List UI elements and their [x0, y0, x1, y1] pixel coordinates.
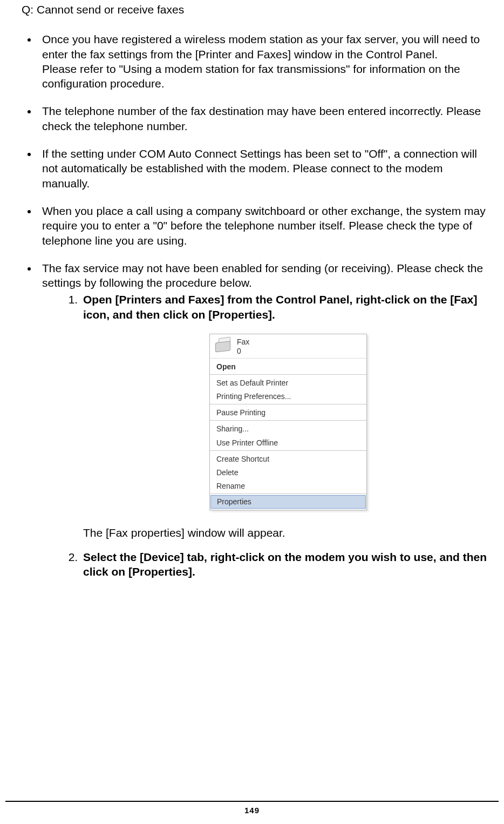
menu-item-pause-printing[interactable]: Pause Printing — [210, 406, 366, 419]
fax-label-line2: 0 — [237, 347, 249, 356]
footer-rule — [5, 801, 499, 802]
screenshot-context-menu: Fax 0 Open Set as Default Printer Printi… — [83, 334, 493, 510]
step-item: Open [Printers and Faxes] from the Contr… — [81, 292, 493, 539]
menu-item-properties[interactable]: Properties — [210, 495, 366, 508]
menu-item-sharing[interactable]: Sharing... — [210, 422, 366, 435]
fax-icon-header: Fax 0 — [210, 334, 366, 359]
menu-separator — [210, 374, 366, 375]
menu-separator — [210, 450, 366, 451]
bullet-text: Please refer to "Using a modem station f… — [42, 62, 493, 91]
step-text: Open [Printers and Faxes] from the Contr… — [83, 293, 477, 320]
bullet-item: The telephone number of the fax destinat… — [38, 104, 493, 133]
menu-item-delete[interactable]: Delete — [210, 465, 366, 479]
bullet-item: The fax service may not have been enable… — [38, 261, 493, 579]
menu-item-printing-prefs[interactable]: Printing Preferences... — [210, 389, 366, 403]
bullet-item: When you place a call using a company sw… — [38, 204, 493, 248]
page-footer: 149 — [0, 801, 504, 816]
bullet-text: The fax service may not have been enable… — [42, 261, 493, 291]
menu-item-open[interactable]: Open — [210, 360, 366, 373]
menu-item-set-default[interactable]: Set as Default Printer — [210, 376, 366, 389]
bullet-text: If the setting under COM Auto Connect Se… — [42, 146, 493, 191]
menu-item-use-offline[interactable]: Use Printer Offline — [210, 436, 366, 449]
menu-separator — [210, 494, 366, 494]
bullet-text: The telephone number of the fax destinat… — [42, 104, 493, 133]
after-image-text: The [Fax properties] window will appear. — [83, 525, 493, 540]
menu-item-create-shortcut[interactable]: Create Shortcut — [210, 452, 366, 465]
page-number: 149 — [0, 805, 504, 816]
fax-machine-icon — [213, 337, 233, 354]
context-menu: Open Set as Default Printer Printing Pre… — [210, 359, 366, 510]
bullet-list: Once you have registered a wireless mode… — [22, 32, 493, 579]
page-title: Q: Cannot send or receive faxes — [22, 2, 493, 17]
menu-separator — [210, 404, 366, 404]
menu-separator — [210, 420, 366, 421]
fax-label-line1: Fax — [237, 337, 249, 347]
menu-item-rename[interactable]: Rename — [210, 479, 366, 492]
bullet-text: When you place a call using a company sw… — [42, 204, 493, 248]
bullet-item: Once you have registered a wireless mode… — [38, 32, 493, 91]
bullet-item: If the setting under COM Auto Connect Se… — [38, 146, 493, 191]
bullet-text: Once you have registered a wireless mode… — [42, 32, 493, 62]
step-item: Select the [Device] tab, right-click on … — [81, 550, 493, 579]
step-text: Select the [Device] tab, right-click on … — [83, 551, 487, 578]
numbered-list: Open [Printers and Faxes] from the Contr… — [42, 292, 493, 579]
